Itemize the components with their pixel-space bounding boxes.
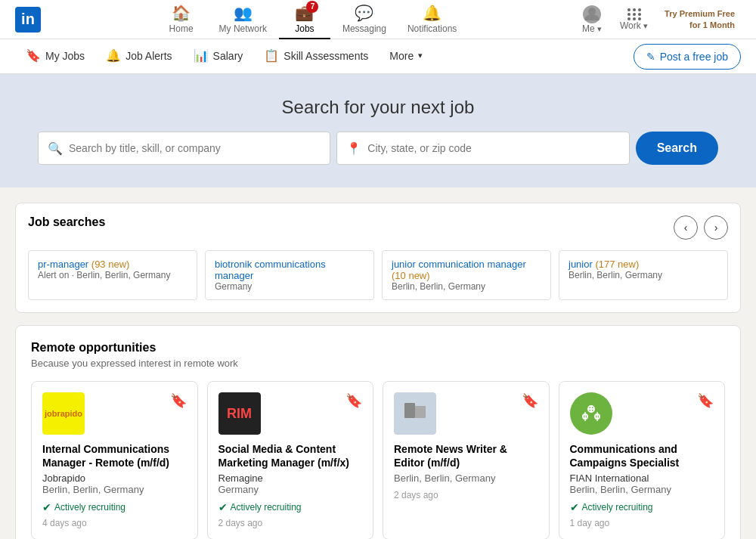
nav-item-notifications[interactable]: 🔔 Notifications [398,0,466,39]
job-search-name: biotronik communications manager [215,259,364,281]
salary-icon: 📊 [194,48,209,63]
avatar [583,5,601,23]
location-icon: 📍 [346,141,361,156]
my-jobs-label: My Jobs [45,50,85,62]
job-search-item[interactable]: junior communication manager (10 new)Ber… [382,250,551,300]
me-label: Me ▾ [582,23,602,34]
post-job-icon: ✎ [646,51,655,63]
job-card[interactable]: jobrapido 🔖 Internal Communications Mana… [31,381,198,539]
prev-arrow-button[interactable]: ‹ [674,215,698,240]
top-nav-job-alerts[interactable]: 🔔 Job Alerts [95,39,182,74]
remote-section: Remote opportunities Because you express… [15,325,741,539]
post-job-label: Post a free job [660,51,728,63]
nav-item-jobs[interactable]: 💼 7 Jobs [279,0,330,39]
job-card-footer: ✔ Actively recruiting 2 days ago [218,501,363,528]
search-button[interactable]: Search [636,132,718,165]
job-card-location: Berlin, Berlin, Germany [394,472,538,484]
top-nav-my-jobs[interactable]: 🔖 My Jobs [15,39,95,74]
location-search-input[interactable] [367,142,619,154]
company-logo [570,392,612,435]
company-logo: RIM [218,392,261,435]
job-card-company: FIAN International [570,472,714,484]
top-nav-bar: 🔖 My Jobs 🔔 Job Alerts 📊 Salary 📋 Skill … [0,39,756,74]
next-arrow-button[interactable]: › [704,215,728,240]
job-search-item[interactable]: junior (177 new)Berlin, Berlin, Germany [559,250,728,300]
linkedin-logo[interactable]: in [15,7,41,33]
job-card[interactable]: 🔖 Communications and Campaigns Specialis… [559,381,726,539]
home-icon: 🏠 [172,4,191,22]
job-alerts-icon: 🔔 [106,48,121,63]
top-nav-skill-assessments[interactable]: 📋 Skill Assessments [253,39,379,74]
job-search-name: junior communication manager (10 new) [392,259,541,281]
job-alerts-label: Job Alerts [125,50,172,62]
salary-label: Salary [213,50,243,62]
job-search-item[interactable]: pr-manager (93 new)Alert on · Berlin, Be… [28,250,197,300]
jobs-icon: 💼 7 [295,4,314,22]
search-icon: 🔍 [48,141,63,156]
job-time: 4 days ago [42,518,187,528]
recruiting-label: Actively recruiting [231,502,302,513]
job-time: 2 days ago [218,518,363,528]
messaging-icon: 💬 [355,4,373,22]
job-card-title: Communications and Campaigns Specialist [570,442,714,469]
top-nav-more[interactable]: More ▾ [379,39,433,74]
bookmark-icon[interactable]: 🔖 [697,392,714,409]
recruiting-label: Actively recruiting [582,502,653,513]
nav-label-messaging: Messaging [342,23,386,34]
job-card-title: Social Media & Content Marketing Manager… [218,442,363,469]
bookmark-icon[interactable]: 🔖 [170,392,187,409]
job-card-footer: ✔ Actively recruiting 1 day ago [570,501,714,528]
job-search-wrap: 🔍 [38,132,330,165]
job-time: 1 day ago [570,518,714,528]
job-search-name: junior (177 new) [569,259,718,270]
job-card-title: Remote News Writer & Editor (m/f/d) [394,442,538,469]
job-time: 2 days ago [394,490,538,500]
bookmark-icon[interactable]: 🔖 [345,392,362,409]
dots-grid-icon [627,8,641,20]
job-searches-title: Job searches [28,215,105,229]
recruiting-badge: ✔ Actively recruiting [42,501,187,513]
nav-item-work[interactable]: Work ▾ [612,0,655,39]
search-section: Search for your next job 🔍 📍 Search [0,74,756,187]
job-searches-header: Job searches ‹ › [28,215,728,240]
job-card-footer: 2 days ago [394,490,538,500]
job-card-header: 🔖 [394,392,538,435]
nav-item-home[interactable]: 🏠 Home [156,0,207,39]
company-logo: jobrapido [42,392,85,435]
nav-item-me[interactable]: Me ▾ [575,0,609,39]
job-searches-card: Job searches ‹ › pr-manager (93 new)Aler… [15,203,741,313]
navbar: in 🏠 Home 👥 My Network 💼 7 Jobs 💬 Messag… [0,0,756,39]
bookmark-icon[interactable]: 🔖 [522,392,538,409]
job-search-input[interactable] [69,142,321,154]
post-job-button[interactable]: ✎ Post a free job [634,44,741,70]
job-card[interactable]: RIM 🔖 Social Media & Content Marketing M… [207,381,374,539]
nav-item-messaging[interactable]: 💬 Messaging [333,0,395,39]
job-search-item[interactable]: biotronik communications managerGermany [205,250,374,300]
remote-title: Remote opportunities [31,341,725,355]
location-search-wrap: 📍 [336,132,629,165]
top-nav-salary[interactable]: 📊 Salary [183,39,254,74]
nav-item-network[interactable]: 👥 My Network [210,0,276,39]
company-logo [394,392,436,435]
job-card[interactable]: 🔖 Remote News Writer & Editor (m/f/d) Be… [383,381,550,539]
check-icon: ✔ [218,501,228,513]
notifications-icon: 🔔 [423,4,442,22]
recruiting-badge: ✔ Actively recruiting [218,501,363,513]
my-jobs-icon: 🔖 [26,48,41,63]
job-card-header: jobrapido 🔖 [42,392,187,435]
check-icon: ✔ [42,501,51,513]
job-card-location: Germany [218,484,363,495]
premium-button[interactable]: Try Premium Freefor 1 Month [658,8,741,30]
jobs-grid: jobrapido 🔖 Internal Communications Mana… [31,381,725,539]
recruiting-badge: ✔ Actively recruiting [570,501,714,513]
job-searches-grid: pr-manager (93 new)Alert on · Berlin, Be… [28,250,728,300]
work-label: Work ▾ [620,20,648,31]
svg-point-0 [588,8,596,15]
svg-rect-1 [404,403,415,418]
nav-label-jobs: Jobs [295,23,314,34]
search-title: Search for your next job [15,97,741,118]
top-nav-items: 🔖 My Jobs 🔔 Job Alerts 📊 Salary 📋 Skill … [15,39,634,74]
svg-rect-2 [415,406,426,418]
nav-label-network: My Network [219,23,267,34]
skill-icon: 📋 [264,48,279,63]
